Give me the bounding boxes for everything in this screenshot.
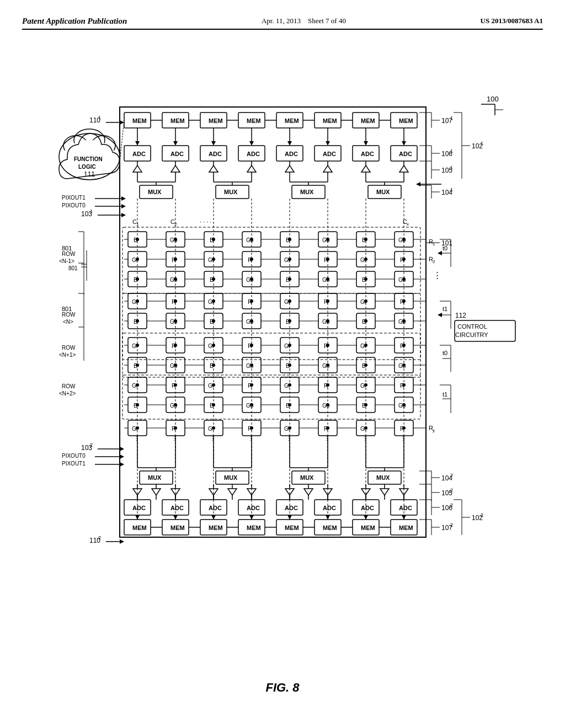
svg-marker-90: [285, 165, 294, 172]
svg-point-200: [250, 238, 253, 241]
svg-marker-84: [209, 165, 218, 172]
svg-text:ADC: ADC: [247, 151, 260, 157]
svg-point-398: [326, 344, 329, 347]
svg-text:ADC: ADC: [209, 151, 222, 157]
svg-point-349: [136, 319, 139, 323]
svg-marker-673: [287, 515, 292, 520]
svg-text:t1: t1: [443, 391, 447, 398]
svg-point-236: [364, 258, 367, 261]
svg-text:ADC: ADC: [323, 505, 336, 511]
svg-point-430: [288, 363, 291, 367]
svg-marker-561: [120, 454, 124, 459]
svg-point-470: [250, 383, 253, 387]
svg-point-351: [212, 319, 215, 323]
svg-point-393: [136, 344, 139, 347]
svg-point-539: [212, 426, 215, 430]
svg-point-316: [136, 299, 139, 303]
svg-marker-99: [399, 165, 408, 172]
publication-date-sheet: Apr. 11, 2013 Sheet 7 of 40: [262, 17, 346, 25]
svg-marker-677: [364, 515, 368, 520]
svg-text:ADC: ADC: [361, 151, 374, 157]
svg-marker-78: [133, 165, 142, 172]
svg-point-400: [402, 344, 406, 347]
svg-point-538: [174, 426, 177, 430]
figure-label: FIG. 8: [22, 681, 543, 695]
page-header: Patent Application Publication Apr. 11, …: [22, 11, 543, 30]
svg-text:⋮: ⋮: [134, 435, 140, 442]
svg-point-271: [174, 277, 177, 281]
svg-marker-46: [326, 141, 330, 146]
ref-100: 100: [487, 95, 499, 103]
svg-point-544: [402, 426, 406, 430]
svg-marker-142: [121, 204, 126, 208]
svg-text:<N+2>: <N+2>: [59, 390, 76, 397]
svg-point-199: [212, 238, 215, 241]
svg-text:2: 2: [481, 512, 483, 518]
svg-text:1: 1: [481, 141, 483, 146]
svg-text:ADC: ADC: [361, 505, 374, 511]
svg-point-501: [174, 403, 177, 406]
svg-point-356: [402, 319, 406, 323]
svg-text:x: x: [407, 222, 409, 227]
svg-text:MEM: MEM: [323, 117, 337, 124]
svg-point-469: [212, 383, 215, 387]
svg-text:1: 1: [450, 165, 453, 170]
svg-point-503: [250, 403, 253, 406]
svg-marker-38: [173, 141, 178, 146]
svg-marker-716: [120, 539, 124, 544]
svg-text:ADC: ADC: [399, 505, 412, 511]
svg-marker-558: [120, 447, 124, 451]
svg-point-394: [174, 344, 177, 347]
svg-marker-604: [380, 489, 389, 495]
svg-point-322: [364, 299, 367, 303]
svg-text:FUNCTION: FUNCTION: [74, 156, 103, 162]
svg-marker-146: [121, 213, 126, 217]
publication-number: US 2013/0087683 A1: [481, 17, 543, 25]
svg-point-202: [326, 238, 329, 241]
svg-text:t0: t0: [443, 245, 447, 251]
svg-point-201: [288, 238, 291, 241]
svg-point-233: [250, 258, 253, 261]
svg-point-272: [212, 277, 215, 281]
svg-text:111: 111: [84, 170, 95, 178]
svg-text:⋮: ⋮: [324, 435, 330, 442]
svg-point-542: [326, 426, 329, 430]
svg-point-433: [402, 363, 406, 367]
svg-point-500: [136, 403, 139, 406]
svg-point-502: [212, 403, 215, 406]
svg-text:MEM: MEM: [209, 117, 223, 124]
svg-point-506: [364, 403, 367, 406]
svg-text:CIRCUITRY: CIRCUITRY: [455, 331, 488, 338]
svg-marker-40: [211, 141, 216, 146]
publication-title: Patent Application Publication: [22, 17, 127, 26]
svg-point-237: [402, 258, 406, 261]
svg-text:MEM: MEM: [247, 117, 261, 124]
svg-rect-278: [122, 227, 420, 293]
svg-text:2: 2: [450, 502, 453, 508]
svg-marker-679: [402, 515, 406, 520]
svg-text:MUX: MUX: [300, 189, 314, 195]
svg-text:ROW: ROW: [62, 312, 76, 318]
svg-marker-44: [287, 141, 292, 146]
svg-point-270: [136, 277, 139, 281]
svg-point-540: [250, 426, 253, 430]
svg-point-472: [326, 383, 329, 387]
svg-text:MUX: MUX: [224, 474, 238, 481]
svg-point-504: [288, 403, 291, 406]
svg-point-505: [326, 403, 329, 406]
svg-text:ADC: ADC: [209, 505, 222, 511]
svg-text:ADC: ADC: [285, 151, 298, 157]
svg-marker-598: [228, 489, 237, 495]
svg-text:<N+1>: <N+1>: [59, 352, 76, 358]
svg-marker-36: [135, 141, 140, 146]
svg-point-232: [212, 258, 215, 261]
svg-text:801: 801: [68, 265, 78, 271]
svg-point-537: [136, 426, 139, 430]
svg-point-395: [212, 344, 215, 347]
svg-point-352: [250, 319, 253, 323]
svg-marker-42: [249, 141, 254, 146]
svg-text:CONTROL: CONTROL: [457, 323, 487, 330]
svg-text:MEM: MEM: [247, 524, 261, 531]
svg-marker-96: [361, 165, 370, 172]
svg-point-276: [364, 277, 367, 281]
